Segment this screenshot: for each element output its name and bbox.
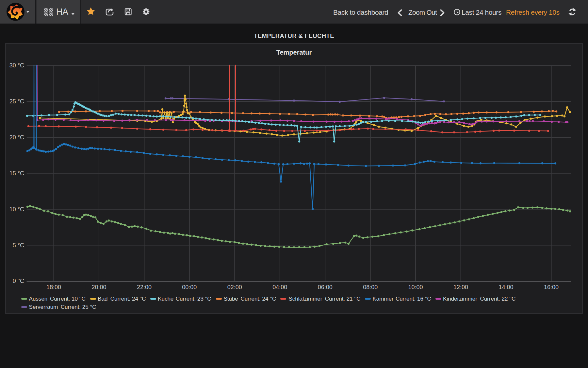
svg-text:00:00: 00:00 [182,284,197,290]
svg-text:14:00: 14:00 [498,284,513,290]
svg-text:08:00: 08:00 [363,284,378,290]
svg-text:30 °C: 30 °C [9,62,24,69]
svg-text:10:00: 10:00 [408,284,423,290]
svg-text:0 °C: 0 °C [13,278,24,284]
svg-text:20:00: 20:00 [91,284,106,290]
svg-text:16:00: 16:00 [544,284,559,290]
svg-text:20 °C: 20 °C [9,134,24,141]
svg-text:5 °C: 5 °C [13,242,24,249]
svg-text:12:00: 12:00 [453,284,468,290]
svg-text:02:00: 02:00 [227,284,242,290]
svg-text:10 °C: 10 °C [9,206,24,213]
svg-text:04:00: 04:00 [272,284,287,290]
svg-text:22:00: 22:00 [137,284,152,290]
svg-text:06:00: 06:00 [318,284,333,290]
svg-text:15 °C: 15 °C [9,170,24,177]
svg-text:25 °C: 25 °C [9,98,24,105]
svg-text:18:00: 18:00 [46,284,61,290]
